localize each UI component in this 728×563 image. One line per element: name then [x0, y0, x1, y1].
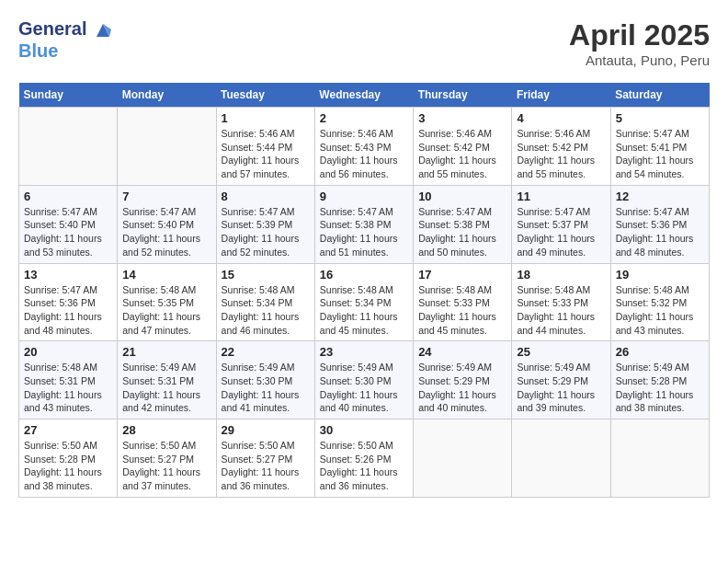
day-info: Sunrise: 5:48 AMSunset: 5:35 PMDaylight:…	[122, 283, 210, 338]
day-info: Sunrise: 5:48 AMSunset: 5:32 PMDaylight:…	[616, 283, 704, 338]
day-info: Sunrise: 5:46 AMSunset: 5:42 PMDaylight:…	[418, 127, 506, 181]
day-info: Sunrise: 5:47 AMSunset: 5:37 PMDaylight:…	[517, 205, 605, 259]
day-info: Sunrise: 5:49 AMSunset: 5:28 PMDaylight:…	[616, 361, 704, 415]
logo-text: General	[18, 18, 113, 40]
day-info: Sunrise: 5:47 AMSunset: 5:36 PMDaylight:…	[24, 283, 112, 338]
calendar-cell: 27Sunrise: 5:50 AMSunset: 5:28 PMDayligh…	[19, 419, 118, 498]
day-number: 3	[418, 111, 506, 125]
logo-blue: Blue	[18, 40, 113, 61]
day-info: Sunrise: 5:47 AMSunset: 5:38 PMDaylight:…	[320, 205, 408, 259]
calendar-cell: 23Sunrise: 5:49 AMSunset: 5:30 PMDayligh…	[314, 341, 413, 419]
calendar-cell: 6Sunrise: 5:47 AMSunset: 5:40 PMDaylight…	[19, 185, 118, 263]
day-number: 2	[320, 111, 408, 125]
day-info: Sunrise: 5:49 AMSunset: 5:29 PMDaylight:…	[517, 361, 605, 415]
day-number: 22	[222, 345, 310, 359]
day-number: 27	[24, 423, 112, 437]
calendar-cell: 18Sunrise: 5:48 AMSunset: 5:33 PMDayligh…	[512, 263, 610, 341]
weekday-header: Wednesday	[314, 83, 413, 108]
day-number: 9	[320, 190, 408, 203]
logo-icon	[93, 20, 113, 40]
day-info: Sunrise: 5:49 AMSunset: 5:30 PMDaylight:…	[320, 361, 408, 415]
day-number: 4	[517, 111, 605, 125]
day-number: 24	[418, 345, 506, 359]
weekday-header: Sunday	[19, 83, 118, 108]
calendar-cell: 28Sunrise: 5:50 AMSunset: 5:27 PMDayligh…	[118, 419, 216, 498]
day-info: Sunrise: 5:46 AMSunset: 5:43 PMDaylight:…	[320, 127, 408, 181]
calendar-cell	[512, 419, 610, 498]
day-info: Sunrise: 5:48 AMSunset: 5:31 PMDaylight:…	[24, 361, 112, 415]
day-info: Sunrise: 5:49 AMSunset: 5:30 PMDaylight:…	[222, 361, 310, 415]
day-info: Sunrise: 5:49 AMSunset: 5:31 PMDaylight:…	[122, 361, 210, 415]
day-number: 17	[418, 268, 506, 282]
day-number: 20	[24, 345, 112, 359]
day-number: 23	[320, 345, 408, 359]
calendar-cell: 1Sunrise: 5:46 AMSunset: 5:44 PMDaylight…	[216, 108, 314, 186]
title-block: April 2025 Antauta, Puno, Peru	[569, 18, 710, 68]
calendar-cell: 9Sunrise: 5:47 AMSunset: 5:38 PMDaylight…	[314, 185, 413, 263]
calendar-week-row: 1Sunrise: 5:46 AMSunset: 5:44 PMDaylight…	[19, 108, 710, 186]
page-header: General Blue April 2025 Antauta, Puno, P…	[18, 18, 710, 68]
day-number: 19	[616, 268, 704, 282]
weekday-header: Thursday	[414, 83, 512, 108]
calendar-table: SundayMondayTuesdayWednesdayThursdayFrid…	[18, 83, 710, 498]
calendar-week-row: 27Sunrise: 5:50 AMSunset: 5:28 PMDayligh…	[19, 419, 710, 498]
calendar-week-row: 20Sunrise: 5:48 AMSunset: 5:31 PMDayligh…	[19, 341, 710, 419]
calendar-cell: 19Sunrise: 5:48 AMSunset: 5:32 PMDayligh…	[610, 263, 709, 341]
calendar-cell: 13Sunrise: 5:47 AMSunset: 5:36 PMDayligh…	[19, 263, 118, 341]
day-info: Sunrise: 5:47 AMSunset: 5:40 PMDaylight:…	[24, 205, 112, 259]
day-number: 13	[24, 268, 112, 282]
day-number: 10	[418, 190, 506, 203]
calendar-cell: 2Sunrise: 5:46 AMSunset: 5:43 PMDaylight…	[314, 108, 413, 186]
day-info: Sunrise: 5:47 AMSunset: 5:36 PMDaylight:…	[616, 205, 704, 259]
calendar-week-row: 13Sunrise: 5:47 AMSunset: 5:36 PMDayligh…	[19, 263, 710, 341]
calendar-cell: 24Sunrise: 5:49 AMSunset: 5:29 PMDayligh…	[414, 341, 512, 419]
calendar-cell	[414, 419, 512, 498]
day-number: 12	[616, 190, 704, 203]
location-subtitle: Antauta, Puno, Peru	[569, 52, 710, 68]
calendar-cell: 3Sunrise: 5:46 AMSunset: 5:42 PMDaylight…	[414, 108, 512, 186]
calendar-cell	[610, 419, 709, 498]
day-info: Sunrise: 5:48 AMSunset: 5:34 PMDaylight:…	[222, 283, 310, 338]
calendar-cell: 8Sunrise: 5:47 AMSunset: 5:39 PMDaylight…	[216, 185, 314, 263]
weekday-header: Monday	[118, 83, 216, 108]
day-number: 5	[616, 111, 704, 125]
calendar-cell: 4Sunrise: 5:46 AMSunset: 5:42 PMDaylight…	[512, 108, 610, 186]
day-number: 7	[122, 190, 210, 203]
day-info: Sunrise: 5:50 AMSunset: 5:26 PMDaylight:…	[320, 439, 408, 493]
calendar-cell: 5Sunrise: 5:47 AMSunset: 5:41 PMDaylight…	[610, 108, 709, 186]
day-number: 28	[122, 423, 210, 437]
month-title: April 2025	[569, 18, 710, 52]
day-number: 25	[517, 345, 605, 359]
day-number: 16	[320, 268, 408, 282]
calendar-cell: 30Sunrise: 5:50 AMSunset: 5:26 PMDayligh…	[314, 419, 413, 498]
calendar-cell	[118, 108, 216, 186]
calendar-cell: 14Sunrise: 5:48 AMSunset: 5:35 PMDayligh…	[118, 263, 216, 341]
day-info: Sunrise: 5:47 AMSunset: 5:41 PMDaylight:…	[616, 127, 704, 181]
day-info: Sunrise: 5:50 AMSunset: 5:28 PMDaylight:…	[24, 439, 112, 493]
day-info: Sunrise: 5:48 AMSunset: 5:33 PMDaylight:…	[517, 283, 605, 338]
calendar-cell: 7Sunrise: 5:47 AMSunset: 5:40 PMDaylight…	[118, 185, 216, 263]
day-number: 15	[222, 268, 310, 282]
weekday-header-row: SundayMondayTuesdayWednesdayThursdayFrid…	[19, 83, 710, 108]
day-number: 29	[222, 423, 310, 437]
weekday-header: Friday	[512, 83, 610, 108]
day-info: Sunrise: 5:49 AMSunset: 5:29 PMDaylight:…	[418, 361, 506, 415]
calendar-cell: 16Sunrise: 5:48 AMSunset: 5:34 PMDayligh…	[314, 263, 413, 341]
calendar-cell: 10Sunrise: 5:47 AMSunset: 5:38 PMDayligh…	[414, 185, 512, 263]
calendar-cell: 25Sunrise: 5:49 AMSunset: 5:29 PMDayligh…	[512, 341, 610, 419]
weekday-header: Tuesday	[216, 83, 314, 108]
day-info: Sunrise: 5:50 AMSunset: 5:27 PMDaylight:…	[122, 439, 210, 493]
day-info: Sunrise: 5:47 AMSunset: 5:38 PMDaylight:…	[418, 205, 506, 259]
day-info: Sunrise: 5:46 AMSunset: 5:42 PMDaylight:…	[517, 127, 605, 181]
weekday-header: Saturday	[610, 83, 709, 108]
calendar-cell: 26Sunrise: 5:49 AMSunset: 5:28 PMDayligh…	[610, 341, 709, 419]
logo: General Blue	[18, 18, 113, 61]
calendar-cell: 21Sunrise: 5:49 AMSunset: 5:31 PMDayligh…	[118, 341, 216, 419]
day-info: Sunrise: 5:47 AMSunset: 5:40 PMDaylight:…	[122, 205, 210, 259]
day-info: Sunrise: 5:46 AMSunset: 5:44 PMDaylight:…	[222, 127, 310, 181]
calendar-cell: 11Sunrise: 5:47 AMSunset: 5:37 PMDayligh…	[512, 185, 610, 263]
calendar-cell: 12Sunrise: 5:47 AMSunset: 5:36 PMDayligh…	[610, 185, 709, 263]
calendar-cell: 22Sunrise: 5:49 AMSunset: 5:30 PMDayligh…	[216, 341, 314, 419]
day-info: Sunrise: 5:50 AMSunset: 5:27 PMDaylight:…	[222, 439, 310, 493]
calendar-cell	[19, 108, 118, 186]
